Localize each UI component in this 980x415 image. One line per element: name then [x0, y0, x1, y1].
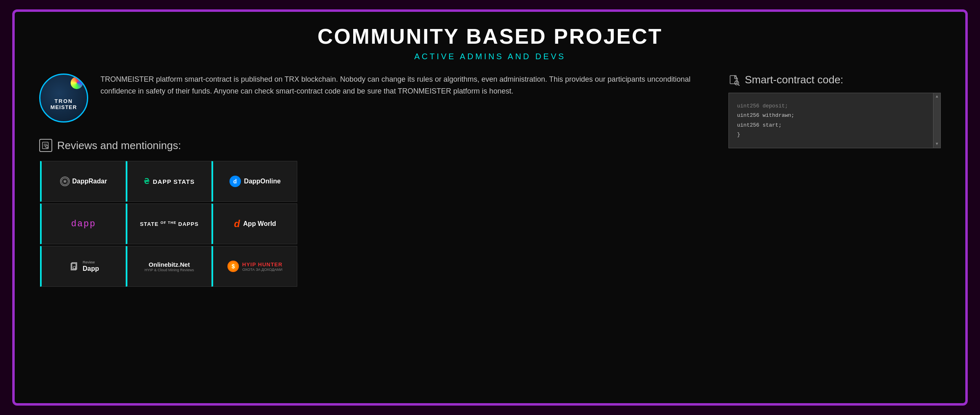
reviewdapp-label: Review Dapp: [83, 260, 99, 272]
dappradar-content: DappRadar: [60, 176, 107, 186]
statedapps-item[interactable]: STATE OF THE DAPPS: [126, 203, 212, 244]
platform-description: TRONMEISTER platform smart-contract is p…: [100, 74, 696, 97]
dapponline-content: d DappOnline: [229, 176, 281, 187]
dappstats-content: ₴ DAPP STATS: [144, 177, 195, 186]
smart-contract-title-text: Smart-contract code:: [745, 74, 843, 86]
hyip-content: $ HYIP HUNTER ОХОТА ЗА ДОХОДАМИ: [227, 261, 283, 272]
smart-contract-title: Smart-contract code:: [728, 74, 941, 86]
hyip-item[interactable]: $ HYIP HUNTER ОХОТА ЗА ДОХОДАМИ: [212, 246, 297, 287]
subtitle: ACTIVE ADMINS AND DEVS: [39, 52, 941, 61]
onlinebitz-item[interactable]: Onlinebitz.Net HYIP & Cloud Mining Revie…: [126, 246, 212, 287]
page-header: COMMUNITY BASED PROJECT ACTIVE ADMINS AN…: [39, 24, 941, 61]
statedapps-label: STATE OF THE DAPPS: [140, 221, 199, 227]
dappradar-item[interactable]: DappRadar: [40, 161, 126, 202]
onlinebitz-content: Onlinebitz.Net HYIP & Cloud Mining Revie…: [145, 261, 194, 272]
scroll-down-arrow[interactable]: ▼: [934, 141, 940, 148]
svg-point-10: [735, 81, 739, 85]
statedapps-content: STATE OF THE DAPPS: [140, 221, 199, 227]
dapp-item[interactable]: dapp: [40, 203, 126, 244]
svg-line-11: [738, 85, 739, 86]
dapponline-icon: d: [229, 176, 241, 187]
reviewdapp-icon: [68, 261, 80, 272]
logo-text-meister: MEISTER: [51, 104, 77, 110]
dapp-label: dapp: [71, 219, 96, 229]
reviews-title: Reviews and mentionings:: [39, 139, 696, 152]
dappradar-label: DappRadar: [72, 178, 107, 185]
code-box[interactable]: uint256 deposit; uint256 withdrawn; uint…: [728, 93, 941, 148]
reviewdapp-content: Review Dapp: [68, 260, 99, 272]
reviews-section: Reviews and mentionings:: [39, 139, 696, 288]
reviews-icon: [39, 139, 52, 152]
reviews-grid: DappRadar ₴ DAPP STATS d DappOnline: [39, 160, 696, 288]
dapp-content: dapp: [71, 219, 96, 229]
platform-info: TRON MEISTER TRONMEISTER platform smart-…: [39, 74, 696, 123]
dappradar-icon: [60, 176, 70, 186]
code-line-1: uint256 deposit;: [737, 101, 929, 111]
onlinebitz-label: Onlinebitz.Net HYIP & Cloud Mining Revie…: [145, 261, 194, 272]
dapponline-label: DappOnline: [244, 178, 281, 185]
appworld-icon: d: [234, 218, 240, 230]
dappstats-item[interactable]: ₴ DAPP STATS: [126, 161, 212, 202]
reviewdapp-item[interactable]: Review Dapp: [40, 246, 126, 287]
code-line-2: uint256 withdrawn;: [737, 111, 929, 120]
scroll-up-arrow[interactable]: ▲: [934, 93, 940, 100]
tronmeister-logo: TRON MEISTER: [39, 74, 88, 123]
file-icon: [728, 74, 740, 86]
code-line-3: uint256 start;: [737, 120, 929, 130]
reviews-title-text: Reviews and mentionings:: [57, 139, 181, 152]
logo-text-tron: TRON: [55, 98, 73, 104]
hyip-icon: $: [227, 261, 239, 272]
dappstats-icon: ₴: [144, 177, 149, 186]
code-line-4: }: [737, 130, 929, 139]
dappstats-label: DAPP STATS: [153, 178, 195, 185]
left-section: TRON MEISTER TRONMEISTER platform smart-…: [39, 74, 696, 288]
right-section: Smart-contract code: uint256 deposit; ui…: [728, 74, 941, 288]
appworld-label: App World: [243, 220, 276, 228]
hyip-label: HYIP HUNTER ОХОТА ЗА ДОХОДАМИ: [242, 261, 283, 272]
svg-point-6: [64, 181, 65, 182]
code-scrollbar[interactable]: ▲ ▼: [933, 93, 940, 148]
dapponline-item[interactable]: d DappOnline: [212, 161, 297, 202]
main-title: COMMUNITY BASED PROJECT: [39, 24, 941, 49]
svg-rect-9: [730, 76, 736, 84]
svg-point-3: [46, 145, 48, 148]
appworld-content: d App World: [234, 218, 276, 230]
content-area: TRON MEISTER TRONMEISTER platform smart-…: [39, 74, 941, 288]
appworld-item[interactable]: d App World: [212, 203, 297, 244]
main-container: COMMUNITY BASED PROJECT ACTIVE ADMINS AN…: [12, 9, 968, 406]
